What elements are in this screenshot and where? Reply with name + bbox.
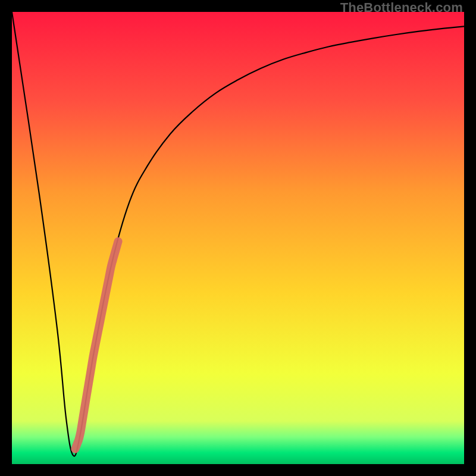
plot-area <box>12 12 464 464</box>
figure-frame: TheBottleneck.com <box>0 0 476 476</box>
bottleneck-chart <box>12 12 464 464</box>
